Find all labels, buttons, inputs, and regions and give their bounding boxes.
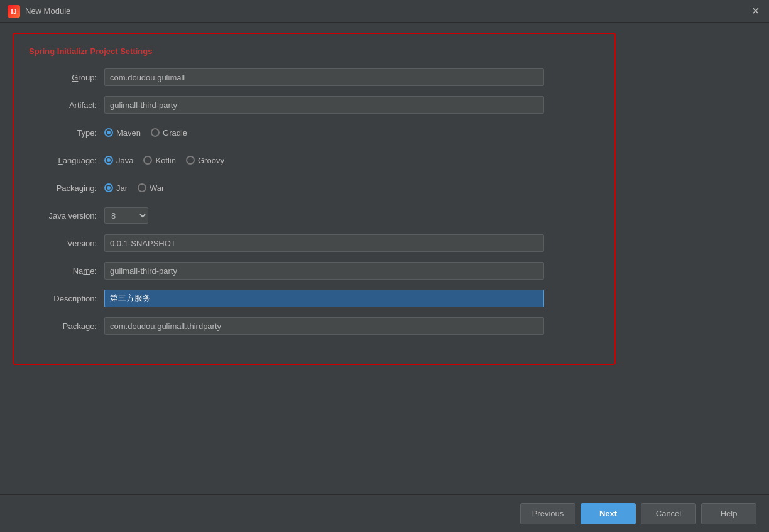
name-row: Name: <box>29 262 599 280</box>
packaging-label: Packaging: <box>29 183 104 193</box>
name-input[interactable] <box>104 262 544 280</box>
panel-title: Spring Initializr Project Settings <box>29 46 599 56</box>
java-version-label: Java version: <box>29 211 104 220</box>
packaging-war-radio[interactable] <box>138 183 146 192</box>
java-version-row: Java version: 8 11 17 <box>29 207 599 224</box>
type-gradle-label: Gradle <box>163 128 187 138</box>
type-gradle-radio[interactable] <box>151 128 160 137</box>
group-input[interactable] <box>104 68 544 86</box>
type-gradle-option[interactable]: Gradle <box>151 128 187 138</box>
help-button[interactable]: Help <box>701 503 756 524</box>
settings-panel: Spring Initializr Project Settings Group… <box>13 33 616 365</box>
type-maven-radio[interactable] <box>104 128 113 137</box>
packaging-jar-radio[interactable] <box>104 183 113 192</box>
package-input[interactable] <box>104 317 544 335</box>
version-row: Version: <box>29 234 599 252</box>
language-java-label: Java <box>116 156 133 165</box>
packaging-jar-option[interactable]: Jar <box>104 183 128 193</box>
artifact-row: Artifact: <box>29 96 599 114</box>
language-kotlin-radio[interactable] <box>143 156 152 165</box>
button-bar: Previous Next Cancel Help <box>0 494 769 532</box>
dialog: IJ New Module ✕ Spring Initializr Projec… <box>0 0 769 532</box>
packaging-radio-group: Jar War <box>104 183 164 193</box>
description-input[interactable] <box>104 290 544 307</box>
language-kotlin-option[interactable]: Kotlin <box>143 156 176 165</box>
type-row: Type: Maven Gradle <box>29 124 599 141</box>
language-java-option[interactable]: Java <box>104 156 133 165</box>
language-groovy-option[interactable]: Groovy <box>186 156 224 165</box>
packaging-war-option[interactable]: War <box>138 183 164 193</box>
packaging-war-label: War <box>150 183 164 193</box>
package-label: Package: <box>29 322 104 331</box>
app-icon: IJ <box>8 5 20 18</box>
previous-button[interactable]: Previous <box>520 503 575 524</box>
name-label: Name: <box>29 266 104 276</box>
language-label: Language: <box>29 156 104 165</box>
group-label: Group: <box>29 73 104 82</box>
title-bar: IJ New Module ✕ <box>0 0 769 23</box>
language-row: Language: Java Kotlin Groovy <box>29 151 599 169</box>
language-groovy-label: Groovy <box>198 156 224 165</box>
window-title: New Module <box>25 6 70 16</box>
package-row: Package: <box>29 317 599 335</box>
artifact-input[interactable] <box>104 96 544 114</box>
description-label: Description: <box>29 294 104 303</box>
close-button[interactable]: ✕ <box>749 5 761 18</box>
language-radio-group: Java Kotlin Groovy <box>104 156 224 165</box>
java-version-select[interactable]: 8 11 17 <box>104 207 148 224</box>
artifact-label: Artifact: <box>29 100 104 110</box>
content-area: Spring Initializr Project Settings Group… <box>0 23 769 494</box>
packaging-jar-label: Jar <box>116 183 128 193</box>
title-bar-left: IJ New Module <box>8 5 70 18</box>
language-java-radio[interactable] <box>104 156 113 165</box>
type-maven-label: Maven <box>116 128 141 138</box>
description-row: Description: <box>29 290 599 307</box>
language-kotlin-label: Kotlin <box>155 156 176 165</box>
next-button[interactable]: Next <box>581 503 636 524</box>
type-radio-group: Maven Gradle <box>104 128 187 138</box>
version-input[interactable] <box>104 234 544 252</box>
type-maven-option[interactable]: Maven <box>104 128 141 138</box>
cancel-button[interactable]: Cancel <box>641 503 696 524</box>
packaging-row: Packaging: Jar War <box>29 179 599 197</box>
type-label: Type: <box>29 128 104 138</box>
version-label: Version: <box>29 239 104 248</box>
language-groovy-radio[interactable] <box>186 156 195 165</box>
group-row: Group: <box>29 68 599 86</box>
